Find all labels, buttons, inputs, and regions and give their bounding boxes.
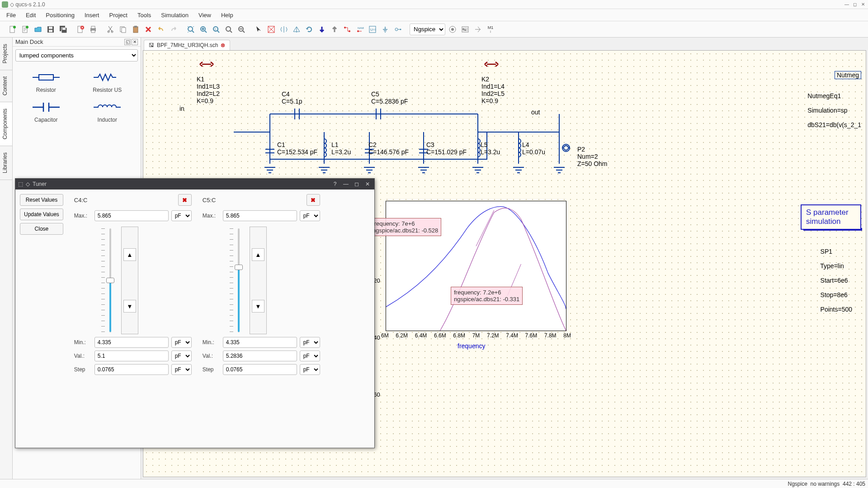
paste-icon[interactable] (130, 24, 141, 35)
svg-point-34 (395, 28, 398, 31)
zoom-in-icon[interactable] (198, 24, 209, 35)
move-down-icon[interactable] (316, 24, 327, 35)
equation-icon[interactable]: U=I (367, 24, 378, 35)
menu-edit[interactable]: Edit (21, 10, 40, 20)
menu-insert[interactable]: Insert (80, 10, 104, 20)
mirror-icon[interactable] (278, 24, 289, 35)
menubar: File Edit Positioning Insert Project Too… (0, 9, 868, 21)
wire-icon[interactable] (342, 24, 353, 35)
sweep-icon[interactable] (472, 24, 483, 35)
zoom-out-icon[interactable] (236, 24, 247, 35)
close-file-icon[interactable] (75, 24, 86, 35)
wire-label-icon[interactable]: NAME (354, 24, 365, 35)
select-icon[interactable] (253, 24, 264, 35)
svg-text:NAME: NAME (358, 27, 364, 29)
svg-rect-9 (62, 28, 66, 30)
svg-rect-18 (122, 28, 126, 33)
new-text-icon[interactable] (20, 24, 31, 35)
svg-rect-6 (49, 30, 52, 32)
port-icon[interactable] (392, 24, 403, 35)
svg-point-35 (400, 28, 401, 30)
svg-rect-13 (91, 26, 95, 28)
svg-text:U=I: U=I (370, 28, 376, 32)
save-icon[interactable] (45, 24, 56, 35)
svg-point-37 (451, 28, 454, 31)
svg-rect-5 (49, 27, 52, 29)
new-file-icon[interactable] (7, 24, 18, 35)
print-icon[interactable] (88, 24, 99, 35)
redo-icon[interactable] (168, 24, 179, 35)
ground-icon[interactable] (380, 24, 391, 35)
mirror-v-icon[interactable] (291, 24, 302, 35)
svg-rect-20 (134, 26, 137, 28)
menu-project[interactable]: Project (104, 10, 132, 20)
svg-rect-39 (462, 28, 464, 30)
zoom-2-icon[interactable] (223, 24, 234, 35)
save-all-icon[interactable] (58, 24, 69, 35)
svg-point-25 (226, 27, 231, 31)
zoom-fit-icon[interactable] (185, 24, 196, 35)
svg-point-1 (13, 26, 16, 28)
menu-help[interactable]: Help (217, 10, 238, 20)
svg-point-3 (26, 26, 28, 28)
simulator-select[interactable]: Ngspice (410, 24, 445, 35)
deactivate-icon[interactable] (266, 24, 277, 35)
window-title: qucs-s 2.1.0 (15, 1, 45, 8)
rotate-icon[interactable] (304, 24, 315, 35)
maximize-icon[interactable]: ◻ (852, 1, 858, 8)
svg-rect-40 (464, 29, 466, 31)
marker-icon[interactable]: M1↕ (485, 24, 496, 35)
app-icon (2, 1, 8, 8)
copy-icon[interactable] (118, 24, 128, 35)
open-icon[interactable] (33, 24, 43, 35)
tune-icon[interactable] (460, 24, 471, 35)
window-titlebar: ◇ qucs-s 2.1.0 — ◻ ✕ (0, 0, 868, 9)
cut-icon[interactable] (105, 24, 116, 35)
close-icon[interactable]: ✕ (860, 1, 866, 8)
move-up-icon[interactable] (329, 24, 340, 35)
restore-icon[interactable]: ◇ (10, 1, 14, 8)
menu-simulation[interactable]: Simulation (156, 10, 193, 20)
simulate-icon[interactable] (447, 24, 458, 35)
svg-point-21 (188, 27, 193, 31)
menu-tools[interactable]: Tools (133, 10, 156, 20)
delete-icon[interactable] (143, 24, 154, 35)
menu-file[interactable]: File (2, 10, 20, 20)
menu-view[interactable]: View (194, 10, 216, 20)
zoom-reset-icon[interactable]: 1:1 (211, 24, 222, 35)
svg-rect-14 (91, 30, 95, 33)
svg-text:1:1: 1:1 (214, 28, 219, 31)
toolbar: 1:1 NAME U=I Ngspice M1↕ (0, 21, 868, 38)
menu-positioning[interactable]: Positioning (41, 10, 79, 20)
undo-icon[interactable] (156, 24, 166, 35)
minimize-icon[interactable]: — (844, 1, 850, 8)
